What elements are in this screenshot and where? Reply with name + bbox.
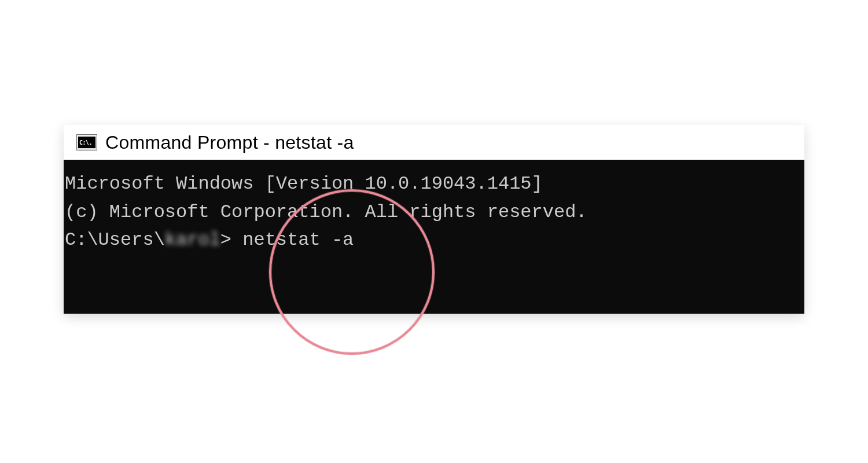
window-title: Command Prompt - netstat -a xyxy=(105,132,354,153)
terminal-command: netstat -a xyxy=(242,229,354,251)
terminal-line-version: Microsoft Windows [Version 10.0.19043.14… xyxy=(64,170,804,199)
terminal-line-copyright: (c) Microsoft Corporation. All rights re… xyxy=(64,199,804,227)
command-prompt-icon-glyph: C:\. xyxy=(78,137,95,148)
prompt-username-blurred: karol xyxy=(165,229,220,251)
window-titlebar[interactable]: C:\. Command Prompt - netstat -a xyxy=(64,125,804,160)
command-prompt-icon: C:\. xyxy=(76,134,97,150)
prompt-path-prefix: C:\Users\ xyxy=(65,229,165,251)
command-prompt-window: C:\. Command Prompt - netstat -a Microso… xyxy=(64,125,804,314)
prompt-suffix: > xyxy=(220,229,242,251)
terminal-prompt-line: C:\Users\karol> netstat -a xyxy=(64,226,804,255)
terminal-body[interactable]: Microsoft Windows [Version 10.0.19043.14… xyxy=(64,160,804,314)
